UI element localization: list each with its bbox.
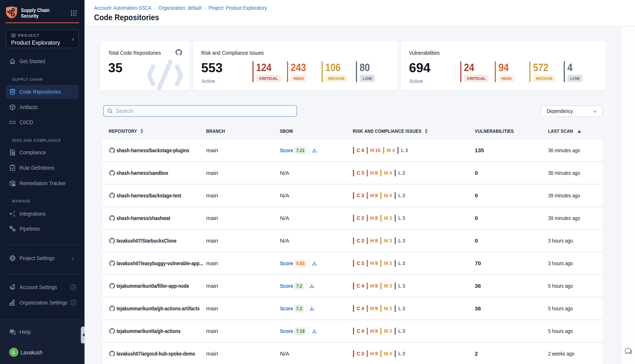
svg-text:?: ? bbox=[11, 330, 13, 332]
